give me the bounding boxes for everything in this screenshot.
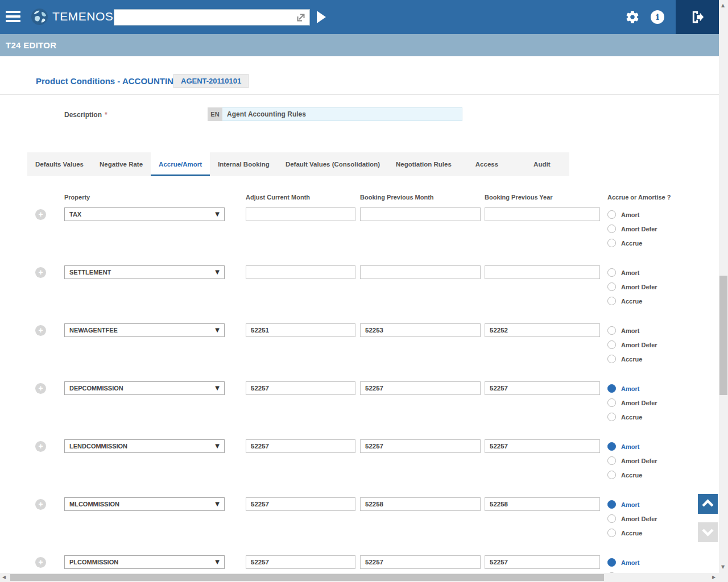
adjust-current-month-input[interactable] bbox=[246, 555, 355, 569]
radio-accrue[interactable]: Accrue bbox=[607, 471, 657, 479]
property-select[interactable]: LENDCOMMISSION▼ bbox=[64, 439, 225, 453]
sign-out-button[interactable] bbox=[676, 0, 719, 34]
add-row-button[interactable]: + bbox=[35, 325, 46, 336]
column-header-adjust-current-month: Adjust Current Month bbox=[246, 194, 355, 201]
accrue-amortise-radio-group: Amort Amort Defer Accrue bbox=[607, 268, 657, 311]
booking-previous-year-input[interactable] bbox=[485, 207, 600, 221]
add-row-button[interactable]: + bbox=[35, 499, 46, 510]
radio-amort-defer[interactable]: Amort Defer bbox=[607, 514, 657, 523]
run-play-icon[interactable] bbox=[317, 11, 326, 23]
booking-previous-year-input[interactable] bbox=[485, 497, 600, 511]
booking-previous-year-input[interactable] bbox=[485, 323, 600, 337]
radio-amort[interactable]: Amort bbox=[607, 268, 657, 277]
radio-amort[interactable]: Amort bbox=[607, 500, 657, 509]
tab-audit[interactable]: Audit bbox=[514, 152, 569, 176]
booking-previous-year-input[interactable] bbox=[485, 555, 600, 569]
scroll-right-arrow-icon[interactable]: ▶ bbox=[712, 575, 715, 580]
command-search-box bbox=[114, 9, 310, 26]
table-row: + TAX▼ Amort Amort Defer Accrue bbox=[0, 207, 719, 265]
radio-amort-defer[interactable]: Amort Defer bbox=[607, 282, 657, 291]
property-select[interactable]: MLCOMMISSION▼ bbox=[64, 497, 225, 511]
radio-icon bbox=[607, 268, 616, 277]
tab-accrue-amort[interactable]: Accrue/Amort bbox=[151, 152, 210, 176]
add-row-button[interactable]: + bbox=[35, 557, 46, 568]
booking-previous-month-input[interactable] bbox=[360, 439, 481, 453]
booking-previous-month-input[interactable] bbox=[360, 265, 481, 279]
radio-amort-defer[interactable]: Amort Defer bbox=[607, 456, 657, 465]
booking-previous-year-input[interactable] bbox=[485, 439, 600, 453]
gear-icon[interactable] bbox=[625, 10, 640, 24]
radio-accrue[interactable]: Accrue bbox=[607, 529, 657, 537]
adjust-current-month-input[interactable] bbox=[246, 497, 355, 511]
add-row-button[interactable]: + bbox=[35, 441, 46, 452]
booking-previous-month-input[interactable] bbox=[360, 207, 481, 221]
booking-previous-month-input[interactable] bbox=[360, 497, 481, 511]
scroll-up-arrow-icon[interactable]: ▲ bbox=[721, 3, 725, 8]
scroll-down-button[interactable] bbox=[698, 522, 718, 542]
radio-amort[interactable]: Amort bbox=[607, 558, 657, 567]
info-icon[interactable]: i bbox=[651, 10, 664, 24]
adjust-current-month-input[interactable] bbox=[246, 265, 355, 279]
launch-arrow-icon[interactable] bbox=[295, 11, 307, 24]
horizontal-scrollbar[interactable]: ◀ ▶ bbox=[0, 573, 719, 582]
property-select[interactable]: NEWAGENTFEE▼ bbox=[64, 323, 225, 337]
radio-amort-defer[interactable]: Amort Defer bbox=[607, 225, 657, 233]
tab-internal-booking[interactable]: Internal Booking bbox=[210, 152, 278, 176]
booking-previous-month-input[interactable] bbox=[360, 555, 481, 569]
property-select[interactable]: DEPCOMMISSION▼ bbox=[64, 381, 225, 395]
scroll-left-arrow-icon[interactable]: ◀ bbox=[2, 575, 6, 580]
tab-access[interactable]: Access bbox=[460, 152, 514, 176]
add-row-button[interactable]: + bbox=[35, 209, 46, 220]
radio-amort[interactable]: Amort bbox=[607, 210, 657, 219]
radio-amort-defer[interactable]: Amort Defer bbox=[607, 340, 657, 349]
add-row-button[interactable]: + bbox=[35, 383, 46, 394]
horizontal-scrollbar-thumb[interactable] bbox=[10, 574, 604, 581]
table-row: + NEWAGENTFEE▼ Amort Amort Defer Accrue bbox=[0, 323, 719, 381]
radio-accrue[interactable]: Accrue bbox=[607, 239, 657, 247]
tab-defaults-values[interactable]: Defaults Values bbox=[27, 152, 92, 176]
radio-accrue[interactable]: Accrue bbox=[607, 297, 657, 305]
adjust-current-month-input[interactable] bbox=[246, 323, 355, 337]
accrue-amortise-radio-group: Amort Amort Defer Accrue bbox=[607, 442, 657, 485]
tab-negative-rate[interactable]: Negative Rate bbox=[92, 152, 151, 176]
property-select[interactable]: SETTLEMENT▼ bbox=[64, 265, 225, 279]
adjust-current-month-input[interactable] bbox=[246, 207, 355, 221]
plus-icon: + bbox=[38, 558, 43, 567]
add-row-button[interactable]: + bbox=[35, 267, 46, 278]
radio-amort[interactable]: Amort bbox=[607, 326, 657, 335]
property-select[interactable]: PLCOMMISSION▼ bbox=[64, 555, 225, 569]
radio-icon bbox=[607, 210, 616, 219]
radio-amort-defer[interactable]: Amort Defer bbox=[607, 398, 657, 407]
search-input[interactable] bbox=[114, 10, 309, 25]
description-label: Description* bbox=[64, 111, 107, 119]
radio-amort[interactable]: Amort bbox=[607, 384, 657, 393]
scroll-to-top-button[interactable] bbox=[698, 494, 718, 514]
booking-previous-year-input[interactable] bbox=[485, 381, 600, 395]
plus-icon: + bbox=[38, 210, 43, 219]
column-header-property: Property bbox=[64, 194, 225, 201]
chevron-down-icon: ▼ bbox=[215, 327, 220, 333]
radio-accrue[interactable]: Accrue bbox=[607, 355, 657, 363]
description-input[interactable] bbox=[222, 107, 462, 121]
tab-negotiation-rules[interactable]: Negotiation Rules bbox=[388, 152, 460, 176]
radio-icon bbox=[607, 442, 616, 451]
chevron-down-icon: ▼ bbox=[215, 211, 220, 217]
booking-previous-year-input[interactable] bbox=[485, 265, 600, 279]
menu-icon[interactable] bbox=[6, 11, 20, 23]
tab-default-values-consolidation[interactable]: Default Values (Consolidation) bbox=[278, 152, 388, 176]
property-select[interactable]: TAX▼ bbox=[64, 207, 225, 221]
booking-previous-month-input[interactable] bbox=[360, 323, 481, 337]
scroll-down-arrow-icon[interactable]: ▼ bbox=[721, 565, 725, 569]
grid-header-row: Property Adjust Current Month Booking Pr… bbox=[0, 194, 719, 201]
booking-previous-month-input[interactable] bbox=[360, 381, 481, 395]
adjust-current-month-input[interactable] bbox=[246, 381, 355, 395]
plus-icon: + bbox=[38, 442, 43, 451]
adjust-current-month-input[interactable] bbox=[246, 439, 355, 453]
vertical-scrollbar-thumb[interactable] bbox=[719, 276, 727, 395]
radio-accrue[interactable]: Accrue bbox=[607, 413, 657, 421]
radio-amort[interactable]: Amort bbox=[607, 442, 657, 451]
divider bbox=[0, 94, 719, 95]
vertical-scrollbar[interactable]: ▲ ▼ bbox=[719, 0, 728, 573]
globe-logo-icon bbox=[31, 8, 48, 26]
chevron-down-icon: ▼ bbox=[215, 385, 220, 391]
